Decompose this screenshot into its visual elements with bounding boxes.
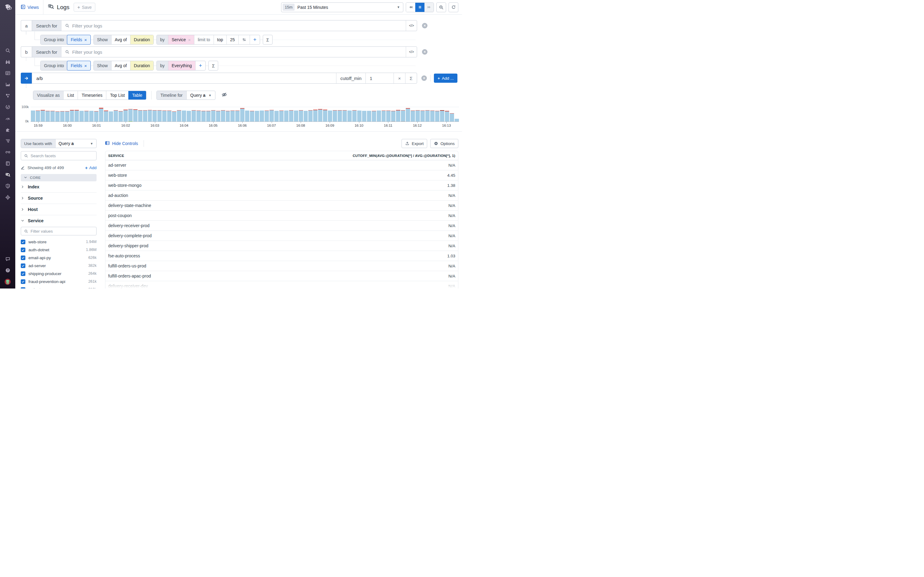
chart-bar[interactable] <box>94 111 99 121</box>
chart-bar[interactable] <box>401 110 405 121</box>
chart-bar[interactable] <box>148 110 152 121</box>
chart-bar[interactable] <box>313 110 317 121</box>
add-facet-button[interactable]: + Add <box>85 165 97 170</box>
chart-bar[interactable] <box>172 111 176 121</box>
chart-bar[interactable] <box>284 111 288 121</box>
chart-bar[interactable] <box>182 111 186 121</box>
rail-network-icon[interactable] <box>0 192 15 203</box>
table-row-delivery-receiver-dev[interactable]: delivery-receiver-devN/A <box>105 281 458 288</box>
time-range-picker[interactable]: 15m Past 15 Minutes ▼ <box>281 2 403 12</box>
datadog-logo-icon[interactable] <box>2 2 13 15</box>
code-view-button[interactable]: </> <box>406 47 417 57</box>
chart-bar[interactable] <box>415 110 420 121</box>
chart-bar[interactable] <box>211 110 215 121</box>
chart-bar[interactable] <box>275 111 279 122</box>
chart-bar[interactable] <box>386 111 391 121</box>
add-group-by-button[interactable]: + <box>250 35 260 44</box>
chart-bar[interactable] <box>318 109 322 121</box>
timeline-query-select[interactable]: Query a ▼ <box>186 91 215 100</box>
rail-notebooks-icon[interactable] <box>0 158 15 169</box>
chart-bar[interactable] <box>245 111 249 121</box>
chart-bar[interactable] <box>152 110 157 121</box>
formula-argument-input[interactable]: 1 <box>365 73 394 83</box>
facet-group-host[interactable]: Host <box>21 204 97 215</box>
table-row-ad-server[interactable]: ad-serverN/A <box>105 160 458 170</box>
chart-bar[interactable] <box>377 111 381 121</box>
facet-group-index[interactable]: Index <box>21 181 97 192</box>
measure-chip[interactable]: Duration <box>130 35 153 44</box>
chart-bar[interactable] <box>250 111 254 121</box>
chart-bar[interactable] <box>367 111 371 122</box>
rail-search-icon[interactable] <box>0 45 15 56</box>
rail-integrations-icon[interactable] <box>0 124 15 135</box>
facet-value-label[interactable]: fraud-prevention-api <box>28 279 85 284</box>
formula-arrow-icon[interactable] <box>21 73 32 84</box>
chart-bar[interactable] <box>187 111 191 122</box>
hide-controls-link[interactable]: Hide Controls <box>105 141 138 146</box>
chart-bar[interactable] <box>362 111 367 122</box>
rail-rum-icon[interactable] <box>0 113 15 124</box>
chart-bar[interactable] <box>50 111 55 121</box>
aggregation-select[interactable]: Avg of <box>111 35 130 44</box>
fast-forward-button[interactable] <box>425 3 434 12</box>
checkbox-web-store-mongo[interactable] <box>21 287 25 289</box>
query-a-id[interactable]: a <box>21 20 32 31</box>
chart-bar[interactable] <box>440 110 444 121</box>
chart-bar[interactable] <box>133 109 137 121</box>
remove-formula-button[interactable]: × <box>422 76 427 81</box>
pause-button[interactable] <box>415 3 425 12</box>
chart-bar[interactable] <box>391 111 396 121</box>
options-button[interactable]: Options <box>430 139 458 148</box>
facet-value-label[interactable]: shipping-producer <box>28 271 85 276</box>
table-row-fulfill-orders-us-prod[interactable]: fulfill-orders-us-prodN/A <box>105 261 458 271</box>
chart-bar[interactable] <box>396 110 400 121</box>
viz-tab-table[interactable]: Table <box>128 91 146 100</box>
export-button[interactable]: Export <box>402 139 427 148</box>
chart-bar[interactable] <box>157 110 162 121</box>
table-row-delivery-receiver-prod[interactable]: delivery-receiver-prodN/A <box>105 221 458 231</box>
aggregation-select[interactable]: Avg of <box>111 61 130 70</box>
remove-service-icon[interactable]: × <box>188 37 191 42</box>
chart-bar[interactable] <box>221 110 225 121</box>
chart-bar[interactable] <box>177 110 181 121</box>
views-link[interactable]: Views <box>21 5 39 10</box>
chart-bar[interactable] <box>406 108 410 121</box>
chart-bar[interactable] <box>372 111 376 121</box>
chart-bar[interactable] <box>299 110 303 121</box>
facet-group-source[interactable]: Source <box>21 193 97 204</box>
chart-bar[interactable] <box>352 110 357 121</box>
measure-chip[interactable]: Duration <box>130 61 153 70</box>
column-header-service[interactable]: SERVICE <box>108 154 124 158</box>
chart-bar[interactable] <box>425 110 430 121</box>
chart-bar[interactable] <box>167 111 171 121</box>
save-button[interactable]: + Save <box>74 3 95 11</box>
fields-chip[interactable]: Fields × <box>67 35 90 45</box>
chart-bar[interactable] <box>192 110 196 121</box>
chart-bar[interactable] <box>109 111 113 121</box>
table-row-web-store-mongo[interactable]: web-store-mongo1.38 <box>105 181 458 190</box>
pencil-icon[interactable] <box>21 166 25 170</box>
table-row-delivery-state-machine[interactable]: delivery-state-machineN/A <box>105 201 458 211</box>
remove-query-b-button[interactable]: × <box>422 49 428 55</box>
remove-fields-icon[interactable]: × <box>84 37 87 42</box>
chart-bar[interactable] <box>230 111 235 121</box>
eye-off-icon[interactable] <box>221 92 227 98</box>
chart-bar[interactable] <box>357 111 362 121</box>
chart-bar[interactable] <box>235 111 239 121</box>
chart-bar[interactable] <box>65 111 69 121</box>
checkbox-auth-dotnet[interactable] <box>21 248 25 252</box>
search-facets-input[interactable]: Search facets <box>21 151 97 160</box>
chart-bar[interactable] <box>55 111 60 121</box>
chart-bar[interactable] <box>99 108 103 121</box>
chart-bar[interactable] <box>70 110 74 121</box>
rail-watchdog-icon[interactable] <box>0 56 15 68</box>
sigma-aggregate-button-a[interactable]: Σ <box>263 35 273 45</box>
chart-bar[interactable] <box>79 111 84 122</box>
chart-bar[interactable] <box>216 111 220 121</box>
table-row-post-coupon[interactable]: post-couponN/A <box>105 211 458 221</box>
chart-bar[interactable] <box>240 108 244 121</box>
remove-function-icon[interactable]: × <box>394 73 405 83</box>
chart-bar[interactable] <box>445 111 449 121</box>
limit-direction-select[interactable]: top <box>213 35 226 44</box>
chart-bar[interactable] <box>162 111 166 121</box>
